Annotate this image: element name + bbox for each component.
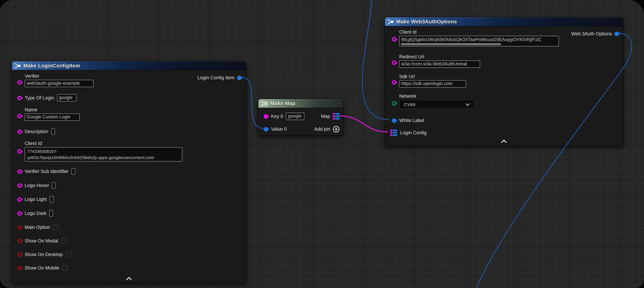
chevron-up-icon [501, 140, 507, 143]
map-output-pin[interactable] [333, 113, 340, 120]
client-id-input[interactable]: 774338308167-q463s7kpvja16l4l0kko3nb925i… [25, 147, 182, 162]
show-on-modal-pin[interactable] [17, 238, 22, 243]
pin-row-show-on-desktop: Show On Desktop [17, 250, 71, 258]
sdk-url-pin[interactable] [392, 80, 396, 85]
map-out-group: Map [321, 113, 340, 120]
redirect-url-label: Redirect Url [399, 54, 480, 59]
collapse-node-button[interactable] [500, 139, 508, 143]
description-input[interactable] [51, 128, 55, 135]
node-title: Make LoginConfigItem [24, 63, 80, 68]
logo-light-input[interactable] [50, 196, 53, 203]
login-config-item-output-pin[interactable] [237, 75, 242, 80]
wire-map-to-login-config[interactable] [340, 116, 388, 132]
node-make-login-config-item[interactable]: Make LoginConfigItem Login Config Item V… [12, 61, 246, 283]
pin-row-sdk-url: Sdk Url https://sdk.openlogin.com [392, 74, 466, 88]
add-pin-button[interactable]: Add pin [314, 126, 340, 133]
name-input[interactable]: Google Custom Login [25, 113, 80, 121]
verifier-sub-identifier-label: Verifier Sub Identifier [25, 169, 68, 174]
login-config-label: Login Config [400, 130, 426, 135]
add-pin-label: Add pin [314, 127, 330, 132]
value0-group: Value 0 [264, 127, 287, 132]
client-id-pin[interactable] [392, 37, 396, 42]
verifier-sub-identifier-pin[interactable] [17, 169, 22, 174]
pin-row-web3auth-options-out: Web 3Auth Options [571, 30, 619, 38]
node-title: Make Map [270, 101, 296, 106]
sdk-url-input[interactable]: https://sdk.openlogin.com [399, 80, 466, 88]
client-id-value: BEglQSgt4cUWcj6SKRdu5QkOXTsePmMcusG5EAoy… [401, 37, 542, 42]
web3auth-options-output-pin[interactable] [614, 32, 619, 36]
key0-input[interactable]: google [286, 113, 304, 120]
value0-pin[interactable] [264, 127, 268, 131]
pin-row-main-option: Main Option [17, 223, 59, 231]
sdk-url-label: Sdk Url [399, 74, 466, 79]
description-label: Description [25, 129, 48, 134]
network-selected-value: CYAN [404, 102, 416, 107]
type-of-login-label: Type Of Login [25, 95, 54, 100]
key0-pin[interactable] [264, 114, 268, 119]
pin-row-logo-dark: Logo Dark [17, 209, 53, 217]
node-make-map[interactable]: Make Map Key 0 google Map Va [258, 99, 344, 136]
add-pin-icon [333, 126, 340, 133]
pin-row-redirect-url: Redirect Url w3a://com.w3a.Web3AuthUnrea… [392, 54, 480, 68]
logo-hover-pin[interactable] [17, 183, 22, 188]
verifier-label: Verifier [25, 74, 94, 79]
node-make-web3auth-options[interactable]: Make Web3AuthOptions Web 3Auth Options C… [384, 17, 624, 146]
output-pin-label: Web 3Auth Options [571, 31, 612, 36]
make-struct-icon [14, 63, 21, 68]
network-label: Network [399, 94, 474, 99]
show-on-modal-label: Show On Modal [25, 238, 58, 243]
show-on-desktop-checkbox[interactable] [66, 251, 71, 257]
verifier-input[interactable]: web3auth-google-example [25, 80, 94, 87]
network-pin[interactable] [392, 101, 396, 106]
value0-label: Value 0 [271, 127, 287, 132]
redirect-url-input[interactable]: w3a://com.w3a.Web3AuthUnreal [399, 61, 480, 68]
node-title: Make Web3AuthOptions [396, 19, 457, 25]
client-id-pin[interactable] [17, 149, 22, 154]
show-on-mobile-pin[interactable] [17, 266, 22, 270]
show-on-modal-checkbox[interactable] [61, 238, 67, 244]
pin-row-key0-map: Key 0 google Map [264, 112, 340, 120]
type-of-login-pin[interactable] [17, 96, 22, 100]
logo-light-pin[interactable] [17, 197, 22, 202]
logo-dark-pin[interactable] [17, 211, 22, 215]
login-config-pin[interactable] [390, 129, 397, 136]
client-id-label: Client Id [399, 30, 559, 35]
pin-row-show-on-modal: Show On Modal [17, 237, 67, 245]
logo-dark-input[interactable] [49, 210, 53, 217]
show-on-mobile-checkbox[interactable] [62, 265, 68, 271]
chevron-down-icon [465, 103, 470, 106]
verifier-pin[interactable] [17, 80, 22, 85]
type-of-login-input[interactable]: google [57, 94, 76, 102]
chevron-up-icon [126, 277, 132, 280]
logo-hover-input[interactable] [52, 182, 56, 189]
pin-row-client-id: Client Id BEglQSgt4cUWcj6SKRdu5QkOXTsePm… [392, 30, 559, 46]
graph-canvas[interactable]: Make LoginConfigItem Login Config Item V… [0, 0, 644, 288]
node-header[interactable]: Make LoginConfigItem [12, 61, 246, 70]
redirect-url-pin[interactable] [392, 61, 396, 65]
pin-row-name: Name Google Custom Login [17, 107, 80, 121]
verifier-sub-identifier-input[interactable] [71, 168, 75, 175]
name-pin[interactable] [17, 114, 22, 118]
pin-row-network: Network CYAN [392, 94, 474, 109]
node-header[interactable]: Make Map [258, 99, 343, 108]
pin-row-white-label: White Label [392, 116, 424, 125]
pin-row-verifier: Verifier web3auth-google-example [17, 74, 94, 87]
main-option-checkbox[interactable] [53, 224, 59, 230]
network-dropdown[interactable]: CYAN [399, 100, 474, 109]
blueprint-editor: Make LoginConfigItem Login Config Item V… [0, 0, 644, 288]
description-pin[interactable] [17, 129, 22, 134]
pin-row-value0-addpin: Value 0 Add pin [264, 125, 340, 133]
client-id-input[interactable]: BEglQSgt4cUWcj6SKRdu5QkOXTsePmMcusG5EAoy… [399, 36, 559, 46]
white-label-pin[interactable] [392, 118, 396, 123]
collapse-node-button[interactable] [125, 276, 133, 281]
pin-row-logo-light: Logo Light [17, 195, 53, 203]
horizontal-scrollbar-thumb[interactable] [401, 43, 501, 45]
pin-row-type-of-login: Type Of Login google [17, 94, 76, 102]
show-on-desktop-pin[interactable] [17, 252, 22, 257]
pin-row-login-config: Login Config [390, 129, 426, 137]
name-label: Name [25, 107, 80, 112]
pin-row-client-id: Client Id 774338308167-q463s7kpvja16l4l0… [17, 141, 182, 161]
main-option-pin[interactable] [17, 225, 22, 230]
pin-row-login-config-item-out: Login Config Item [198, 74, 242, 82]
node-header[interactable]: Make Web3AuthOptions [385, 17, 623, 26]
